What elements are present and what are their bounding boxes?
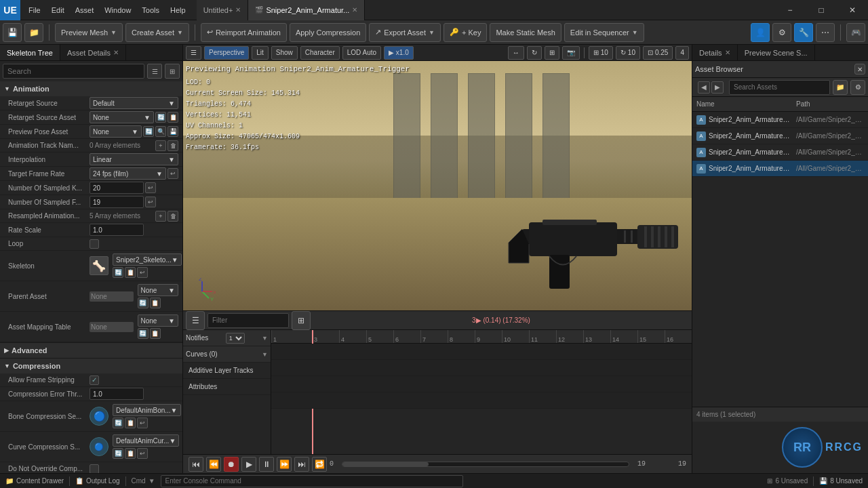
preview-pose-select[interactable]: None ▼	[90, 125, 142, 138]
viewport-scale-tool[interactable]: ⊞	[545, 46, 559, 60]
timeline-menu[interactable]: ☰	[186, 311, 205, 330]
viewport-lit[interactable]: Lit	[252, 46, 269, 60]
asset-row-0[interactable]: A Sniper2_Anim_Armature_Action /All/Game…	[692, 112, 868, 128]
skeleton-search-input[interactable]	[3, 64, 144, 79]
asset-row-2[interactable]: A Sniper2_Anim_Armature_Scope /All/Game/…	[692, 144, 868, 161]
bone-compression-select[interactable]: DefaultAnimBon... ▼	[113, 404, 181, 416]
menu-asset[interactable]: Asset	[70, 0, 100, 20]
asset-browser-path-col[interactable]: Path	[796, 100, 864, 108]
viewport-playback[interactable]: ▶ x1.0	[384, 46, 414, 60]
go-start-button[interactable]: ⏮	[189, 457, 203, 472]
asset-browser-forward[interactable]: ▶	[711, 81, 724, 94]
target-frame-rate-select[interactable]: 24 fps (film) ▼	[90, 167, 166, 180]
curve-compression-nav[interactable]: ↩	[137, 448, 148, 459]
tab-untitled[interactable]: Untitled+ ✕	[197, 0, 249, 20]
asset-mapping-reset[interactable]: 🔄	[138, 328, 149, 339]
gamepad-icon-button[interactable]: 🎮	[846, 23, 865, 42]
menu-file[interactable]: File	[23, 0, 46, 20]
anim-track-trash[interactable]: 🗑	[167, 140, 178, 151]
tab-sniper-close[interactable]: ✕	[352, 6, 357, 14]
tab-asset-details-close[interactable]: ✕	[113, 49, 119, 56]
parent-asset-browse[interactable]: 📋	[150, 298, 161, 308]
close-button[interactable]: ✕	[837, 0, 868, 20]
skeleton-filter-icon[interactable]: ⊞	[165, 64, 180, 79]
curve-compression-select[interactable]: DefaultAnimCur... ▼	[113, 434, 179, 447]
do-not-override-checkbox[interactable]	[90, 464, 99, 474]
rate-scale-input[interactable]	[90, 224, 144, 236]
track-item-attributes[interactable]: Attributes	[183, 379, 271, 395]
sampled-f-input[interactable]	[90, 196, 144, 208]
track-lane-curves[interactable]	[271, 360, 692, 376]
play-button[interactable]: ▶	[241, 457, 256, 472]
viewport-rotate-tool[interactable]: ↻	[527, 46, 542, 60]
viewport-show[interactable]: Show	[271, 46, 298, 60]
track-curves-expand[interactable]: ▼	[262, 351, 268, 358]
track-notifies-expand[interactable]: ▼	[262, 335, 268, 342]
create-asset-button[interactable]: Create Asset ▼	[125, 23, 189, 42]
save-icon-button[interactable]: 💾	[3, 23, 22, 42]
viewport-grid-snap[interactable]: ⊞ 10	[589, 46, 613, 60]
loop-button[interactable]: 🔁	[312, 457, 327, 472]
timeline-filter-icon[interactable]: ⊞	[292, 311, 311, 330]
skeleton-select[interactable]: Sniper2_Skeleto... ▼	[113, 253, 182, 266]
step-forward-button[interactable]: ⏩	[277, 457, 292, 472]
allow-frame-stripping-checkbox[interactable]	[90, 375, 99, 385]
tab-details[interactable]: Details ✕	[692, 45, 738, 60]
tab-asset-details[interactable]: Asset Details ✕	[60, 45, 126, 60]
sampled-k-reset[interactable]: ↩	[145, 182, 156, 193]
apply-compression-button[interactable]: Apply Compression	[290, 23, 366, 42]
settings-icon-button[interactable]: ⚙	[772, 23, 791, 42]
menu-help[interactable]: Help	[165, 0, 191, 20]
resampled-anim-add[interactable]: +	[155, 211, 166, 222]
tab-sniper-anim[interactable]: 🎬 Sniper2_Anim_Armatur... ✕	[248, 0, 365, 20]
viewport-perspective[interactable]: Perspective	[204, 46, 249, 60]
bone-compression-reset[interactable]: 🔄	[113, 418, 123, 428]
track-notifies-select[interactable]: 1	[226, 333, 245, 344]
curve-compression-reset[interactable]: 🔄	[113, 448, 123, 459]
content-drawer-button[interactable]: 📁 Content Drawer	[5, 477, 64, 485]
menu-edit[interactable]: Edit	[46, 0, 70, 20]
skeleton-nav[interactable]: ↩	[137, 267, 148, 278]
asset-mapping-select[interactable]: None ▼	[138, 314, 179, 327]
asset-browser-folder[interactable]: 📁	[833, 80, 848, 95]
curve-compression-browse[interactable]: 📋	[125, 448, 136, 459]
minimize-button[interactable]: −	[774, 0, 806, 20]
skeleton-settings-icon[interactable]: ☰	[147, 64, 162, 79]
retarget-source-asset-copy[interactable]: 📋	[167, 112, 178, 123]
make-static-mesh-button[interactable]: Make Static Mesh	[490, 23, 561, 42]
sampled-f-reset[interactable]: ↩	[145, 197, 156, 207]
tab-untitled-close[interactable]: ✕	[235, 6, 241, 14]
sampled-k-input[interactable]	[90, 182, 144, 194]
viewport-character[interactable]: Character	[300, 46, 340, 60]
console-command-input[interactable]	[161, 475, 463, 487]
viewport-screen-pct[interactable]: 4	[675, 46, 689, 60]
loop-checkbox[interactable]	[90, 239, 99, 249]
viewport-camera[interactable]: 📷	[562, 46, 580, 60]
asset-mapping-browse[interactable]: 📋	[150, 328, 161, 339]
go-end-button[interactable]: ⏭	[294, 457, 309, 472]
bone-compression-nav[interactable]: ↩	[137, 418, 148, 428]
asset-row-1[interactable]: A Sniper2_Anim_Armature_Magazine /All/Ga…	[692, 128, 868, 144]
track-header-notifies[interactable]: Notifies 1 ▼	[183, 330, 271, 346]
debug-icon-button[interactable]: 🔧	[794, 23, 813, 42]
more-icon-button[interactable]: ⋯	[816, 23, 835, 42]
bone-compression-browse[interactable]: 📋	[125, 418, 136, 428]
track-lane-attributes[interactable]	[271, 392, 692, 409]
output-log-button[interactable]: 📋 Output Log	[75, 477, 119, 485]
asset-browser-back[interactable]: ◀	[698, 81, 710, 94]
pause-button[interactable]: ⏸	[259, 457, 274, 472]
retarget-source-asset-browse[interactable]: 🔄	[155, 112, 166, 123]
viewport-lod[interactable]: LOD Auto	[342, 46, 381, 60]
asset-row-3[interactable]: A Sniper2_Anim_Armature_Trigger /All/Gam…	[692, 161, 868, 177]
animation-section-header[interactable]: ▼ Animation	[0, 81, 182, 96]
preview-pose-browse[interactable]: 🔍	[155, 126, 166, 137]
edit-in-sequencer-button[interactable]: Edit in Sequencer ▼	[564, 23, 644, 42]
timeline-scrubber[interactable]	[342, 462, 629, 467]
track-lane-notifies[interactable]	[271, 344, 692, 360]
asset-browser-search-input[interactable]	[729, 80, 830, 95]
retarget-source-asset-select[interactable]: None ▼	[90, 111, 154, 123]
maximize-button[interactable]: □	[806, 0, 837, 20]
person-icon-button[interactable]: 👤	[751, 23, 770, 42]
preview-pose-save[interactable]: 💾	[167, 126, 178, 137]
unsaved-status[interactable]: 💾 8 Unsaved	[819, 477, 863, 485]
